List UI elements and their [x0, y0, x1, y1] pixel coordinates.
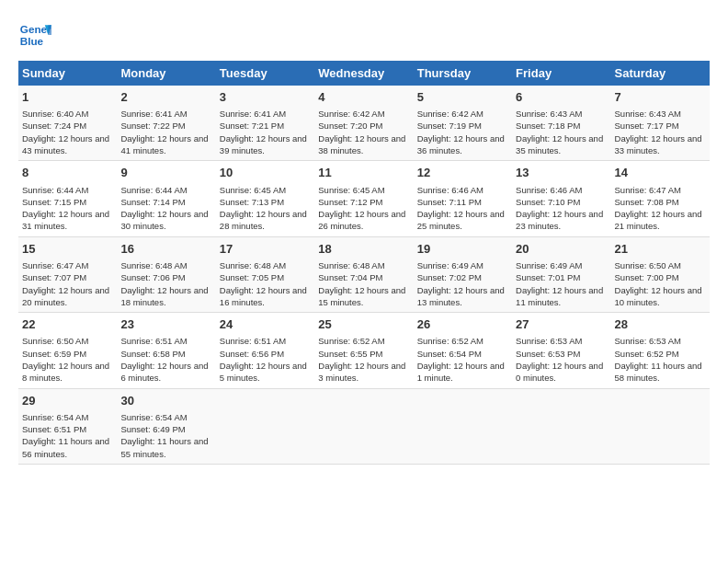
- calendar-cell: 25Sunrise: 6:52 AMSunset: 6:55 PMDayligh…: [314, 313, 413, 388]
- day-number: 18: [318, 241, 409, 258]
- day-info: Sunrise: 6:41 AMSunset: 7:21 PMDaylight:…: [220, 108, 311, 156]
- day-info: Sunrise: 6:41 AMSunset: 7:22 PMDaylight:…: [120, 108, 211, 156]
- calendar-cell: 28Sunrise: 6:53 AMSunset: 6:52 PMDayligh…: [611, 313, 710, 388]
- day-info: Sunrise: 6:52 AMSunset: 6:55 PMDaylight:…: [318, 335, 409, 384]
- day-number: 24: [220, 316, 311, 333]
- day-number: 1: [22, 89, 113, 106]
- day-info: Sunrise: 6:42 AMSunset: 7:19 PMDaylight:…: [417, 108, 508, 156]
- day-info: Sunrise: 6:48 AMSunset: 7:06 PMDaylight:…: [120, 259, 211, 308]
- calendar-cell: 2Sunrise: 6:41 AMSunset: 7:22 PMDaylight…: [117, 86, 215, 161]
- calendar-cell: 9Sunrise: 6:44 AMSunset: 7:14 PMDaylight…: [117, 161, 215, 236]
- week-row-2: 8Sunrise: 6:44 AMSunset: 7:15 PMDaylight…: [18, 161, 710, 236]
- day-info: Sunrise: 6:42 AMSunset: 7:20 PMDaylight:…: [318, 108, 409, 156]
- day-info: Sunrise: 6:40 AMSunset: 7:24 PMDaylight:…: [22, 108, 113, 156]
- day-info: Sunrise: 6:43 AMSunset: 7:17 PMDaylight:…: [615, 108, 706, 156]
- calendar-cell: [611, 388, 710, 464]
- calendar-cell: 24Sunrise: 6:51 AMSunset: 6:56 PMDayligh…: [216, 313, 314, 388]
- day-info: Sunrise: 6:48 AMSunset: 7:05 PMDaylight:…: [220, 259, 311, 308]
- weekday-header-sunday: Sunday: [18, 61, 117, 86]
- day-info: Sunrise: 6:49 AMSunset: 7:01 PMDaylight:…: [516, 259, 607, 308]
- calendar-cell: 19Sunrise: 6:49 AMSunset: 7:02 PMDayligh…: [414, 236, 512, 312]
- day-number: 6: [516, 89, 607, 106]
- day-number: 11: [318, 165, 409, 181]
- day-number: 3: [220, 89, 311, 106]
- day-number: 20: [516, 241, 607, 258]
- day-number: 28: [615, 316, 706, 333]
- day-info: Sunrise: 6:54 AMSunset: 6:49 PMDaylight:…: [120, 411, 211, 460]
- weekday-header-tuesday: Tuesday: [216, 61, 314, 86]
- calendar-cell: [314, 388, 413, 464]
- calendar-cell: 22Sunrise: 6:50 AMSunset: 6:59 PMDayligh…: [18, 313, 117, 388]
- day-info: Sunrise: 6:54 AMSunset: 6:51 PMDaylight:…: [22, 411, 113, 460]
- day-info: Sunrise: 6:46 AMSunset: 7:10 PMDaylight:…: [516, 184, 607, 233]
- calendar-cell: 7Sunrise: 6:43 AMSunset: 7:17 PMDaylight…: [611, 86, 710, 161]
- day-number: 14: [615, 165, 706, 181]
- day-number: 10: [220, 165, 311, 181]
- calendar-cell: 4Sunrise: 6:42 AMSunset: 7:20 PMDaylight…: [314, 86, 413, 161]
- calendar-cell: 18Sunrise: 6:48 AMSunset: 7:04 PMDayligh…: [314, 236, 413, 312]
- day-number: 21: [615, 241, 706, 258]
- day-number: 25: [318, 316, 409, 333]
- day-info: Sunrise: 6:53 AMSunset: 6:53 PMDaylight:…: [516, 335, 607, 384]
- day-info: Sunrise: 6:44 AMSunset: 7:15 PMDaylight:…: [22, 184, 113, 233]
- week-row-3: 15Sunrise: 6:47 AMSunset: 7:07 PMDayligh…: [18, 236, 710, 312]
- day-info: Sunrise: 6:53 AMSunset: 6:52 PMDaylight:…: [615, 335, 706, 384]
- day-info: Sunrise: 6:49 AMSunset: 7:02 PMDaylight:…: [417, 259, 508, 308]
- calendar-cell: 3Sunrise: 6:41 AMSunset: 7:21 PMDaylight…: [216, 86, 314, 161]
- day-number: 2: [120, 89, 211, 106]
- svg-marker-4: [48, 25, 51, 35]
- day-number: 9: [120, 165, 211, 181]
- day-info: Sunrise: 6:47 AMSunset: 7:07 PMDaylight:…: [22, 259, 113, 308]
- day-number: 19: [417, 241, 508, 258]
- day-info: Sunrise: 6:51 AMSunset: 6:58 PMDaylight:…: [120, 335, 211, 384]
- weekday-header-monday: Monday: [117, 61, 215, 86]
- calendar-cell: 10Sunrise: 6:45 AMSunset: 7:13 PMDayligh…: [216, 161, 314, 236]
- calendar-cell: 11Sunrise: 6:45 AMSunset: 7:12 PMDayligh…: [314, 161, 413, 236]
- day-info: Sunrise: 6:48 AMSunset: 7:04 PMDaylight:…: [318, 259, 409, 308]
- svg-text:Blue: Blue: [20, 35, 44, 47]
- calendar-cell: [414, 388, 512, 464]
- calendar-cell: [216, 388, 314, 464]
- calendar-cell: 12Sunrise: 6:46 AMSunset: 7:11 PMDayligh…: [414, 161, 512, 236]
- day-info: Sunrise: 6:43 AMSunset: 7:18 PMDaylight:…: [516, 108, 607, 156]
- calendar-cell: 20Sunrise: 6:49 AMSunset: 7:01 PMDayligh…: [512, 236, 610, 312]
- weekday-header-friday: Friday: [512, 61, 610, 86]
- weekday-header-row: SundayMondayTuesdayWednesdayThursdayFrid…: [18, 61, 710, 86]
- day-number: 12: [417, 165, 508, 181]
- day-info: Sunrise: 6:45 AMSunset: 7:13 PMDaylight:…: [220, 184, 311, 233]
- calendar-cell: 27Sunrise: 6:53 AMSunset: 6:53 PMDayligh…: [512, 313, 610, 388]
- day-number: 26: [417, 316, 508, 333]
- week-row-4: 22Sunrise: 6:50 AMSunset: 6:59 PMDayligh…: [18, 313, 710, 388]
- day-number: 16: [120, 241, 211, 258]
- calendar-cell: 29Sunrise: 6:54 AMSunset: 6:51 PMDayligh…: [18, 388, 117, 464]
- day-number: 8: [22, 165, 113, 181]
- day-number: 27: [516, 316, 607, 333]
- calendar-table: SundayMondayTuesdayWednesdayThursdayFrid…: [18, 61, 710, 465]
- day-number: 4: [318, 89, 409, 106]
- calendar-cell: 23Sunrise: 6:51 AMSunset: 6:58 PMDayligh…: [117, 313, 215, 388]
- calendar-cell: 8Sunrise: 6:44 AMSunset: 7:15 PMDaylight…: [18, 161, 117, 236]
- day-info: Sunrise: 6:51 AMSunset: 6:56 PMDaylight:…: [220, 335, 311, 384]
- header: General Blue: [18, 18, 710, 52]
- day-info: Sunrise: 6:45 AMSunset: 7:12 PMDaylight:…: [318, 184, 409, 233]
- calendar-cell: 14Sunrise: 6:47 AMSunset: 7:08 PMDayligh…: [611, 161, 710, 236]
- calendar-cell: 21Sunrise: 6:50 AMSunset: 7:00 PMDayligh…: [611, 236, 710, 312]
- day-info: Sunrise: 6:46 AMSunset: 7:11 PMDaylight:…: [417, 184, 508, 233]
- day-number: 5: [417, 89, 508, 106]
- day-number: 13: [516, 165, 607, 181]
- day-number: 7: [615, 89, 706, 106]
- day-number: 30: [120, 393, 211, 409]
- day-info: Sunrise: 6:47 AMSunset: 7:08 PMDaylight:…: [615, 184, 706, 233]
- day-info: Sunrise: 6:44 AMSunset: 7:14 PMDaylight:…: [120, 184, 211, 233]
- day-number: 22: [22, 316, 113, 333]
- calendar-cell: 13Sunrise: 6:46 AMSunset: 7:10 PMDayligh…: [512, 161, 610, 236]
- calendar-cell: 5Sunrise: 6:42 AMSunset: 7:19 PMDaylight…: [414, 86, 512, 161]
- day-number: 29: [22, 393, 113, 409]
- day-info: Sunrise: 6:52 AMSunset: 6:54 PMDaylight:…: [417, 335, 508, 384]
- day-info: Sunrise: 6:50 AMSunset: 6:59 PMDaylight:…: [22, 335, 113, 384]
- calendar-cell: 17Sunrise: 6:48 AMSunset: 7:05 PMDayligh…: [216, 236, 314, 312]
- day-number: 23: [120, 316, 211, 333]
- weekday-header-thursday: Thursday: [414, 61, 512, 86]
- weekday-header-saturday: Saturday: [611, 61, 710, 86]
- day-number: 15: [22, 241, 113, 258]
